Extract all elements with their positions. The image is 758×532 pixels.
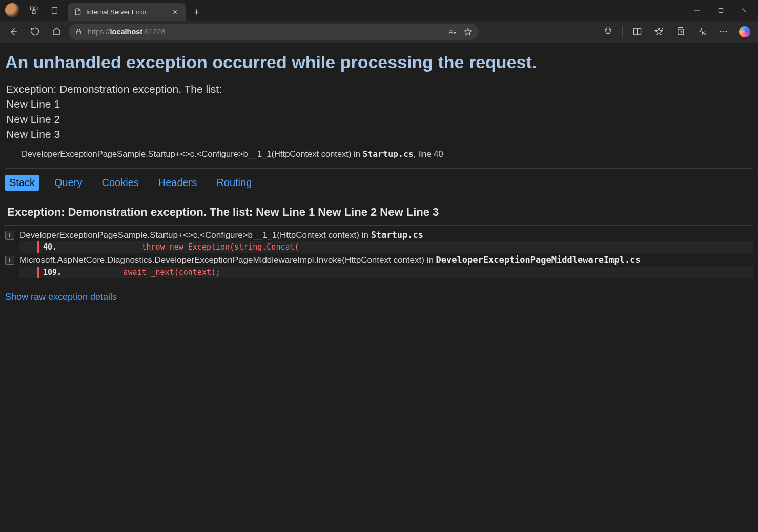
tab-stack[interactable]: Stack — [5, 175, 39, 191]
favorites-icon[interactable] — [649, 23, 668, 41]
page-title: An unhandled exception occurred while pr… — [0, 48, 758, 79]
window-maximize-button[interactable] — [709, 0, 732, 21]
window-minimize-button[interactable] — [685, 0, 709, 21]
tab-query[interactable]: Query — [50, 175, 86, 191]
address-bar[interactable]: https://localhost:61228 » — [69, 24, 479, 40]
home-button[interactable] — [47, 23, 66, 41]
tab-strip: Internal Server Error — [68, 0, 205, 21]
window-close-button[interactable] — [732, 0, 756, 21]
detail-tabs: Stack Query Cookies Headers Routing — [0, 171, 758, 196]
reader-mode-icon[interactable]: » — [448, 28, 458, 35]
divider — [5, 283, 753, 283]
stack-frame-source: 109. await _next(context); — [19, 267, 753, 278]
copilot-icon[interactable] — [735, 23, 754, 41]
source-code: throw new Exception(string.Concat( — [68, 242, 299, 252]
svg-point-10 — [720, 31, 721, 32]
stack-frame: + DeveloperExceptionPageSample.Startup+<… — [5, 228, 753, 241]
source-highlight-bar — [37, 241, 39, 253]
svg-point-12 — [725, 31, 727, 32]
svg-point-9 — [703, 33, 706, 35]
show-raw-exception-link[interactable]: Show raw exception details — [0, 285, 122, 308]
svg-rect-4 — [719, 8, 723, 12]
profile-avatar[interactable] — [5, 3, 19, 17]
collections-icon[interactable] — [671, 23, 689, 41]
window-controls — [685, 0, 756, 21]
svg-rect-0 — [30, 7, 33, 10]
svg-rect-3 — [52, 7, 57, 14]
divider — [5, 198, 753, 198]
stack-exception-header: Exception: Demonstration exception. The … — [0, 200, 758, 223]
stack-frame-text: Microsoft.AspNetCore.Diagnostics.Develop… — [19, 255, 753, 265]
stack-frame-source: 40. throw new Exception(string.Concat( — [19, 241, 753, 253]
tab-close-button[interactable] — [170, 7, 179, 16]
favorite-star-icon[interactable] — [463, 27, 473, 36]
expand-frame-button[interactable]: + — [5, 256, 14, 265]
source-line-number: 109. — [43, 268, 68, 277]
workspaces-icon[interactable] — [25, 1, 43, 19]
toolbar-divider — [622, 26, 623, 37]
new-tab-button[interactable] — [188, 3, 205, 21]
expand-frame-button[interactable]: + — [5, 231, 14, 240]
exception-origin-frame: DeveloperExceptionPageSample.Startup+<>c… — [0, 147, 758, 166]
window-titlebar: Internal Server Error — [0, 0, 758, 21]
settings-more-icon[interactable] — [714, 23, 732, 41]
split-screen-icon[interactable] — [628, 23, 646, 41]
source-line-number: 40. — [43, 242, 68, 252]
svg-text:»: » — [454, 30, 456, 33]
back-button[interactable] — [4, 23, 23, 41]
source-code: await _next(context); — [68, 268, 220, 277]
svg-rect-5 — [76, 31, 81, 34]
page-icon — [74, 8, 82, 16]
performance-icon[interactable] — [692, 23, 711, 41]
stack-trace: + DeveloperExceptionPageSample.Startup+<… — [0, 228, 758, 281]
source-highlight-bar — [37, 267, 39, 278]
exception-summary: Exception: Demonstration exception. The … — [0, 79, 758, 147]
svg-rect-1 — [34, 7, 37, 10]
tab-routing[interactable]: Routing — [212, 175, 256, 191]
address-url: https://localhost:61228 — [88, 28, 166, 36]
divider — [5, 168, 753, 169]
svg-rect-2 — [32, 11, 35, 14]
page-content: An unhandled exception occurred while pr… — [0, 43, 758, 532]
svg-point-11 — [723, 31, 724, 32]
refresh-button[interactable] — [26, 23, 44, 41]
site-info-lock-icon[interactable] — [75, 28, 83, 35]
tab-actions-icon[interactable] — [45, 1, 64, 19]
browser-toolbar: https://localhost:61228 » — [0, 21, 758, 43]
tab-headers[interactable]: Headers — [154, 175, 201, 191]
divider — [5, 310, 753, 310]
stack-frame: + Microsoft.AspNetCore.Diagnostics.Devel… — [5, 253, 753, 267]
tab-cookies[interactable]: Cookies — [98, 175, 143, 191]
tab-title: Internal Server Error — [86, 8, 166, 16]
divider — [5, 225, 753, 226]
extensions-icon[interactable] — [599, 23, 617, 41]
browser-tab[interactable]: Internal Server Error — [68, 3, 186, 21]
stack-frame-text: DeveloperExceptionPageSample.Startup+<>c… — [19, 230, 753, 240]
